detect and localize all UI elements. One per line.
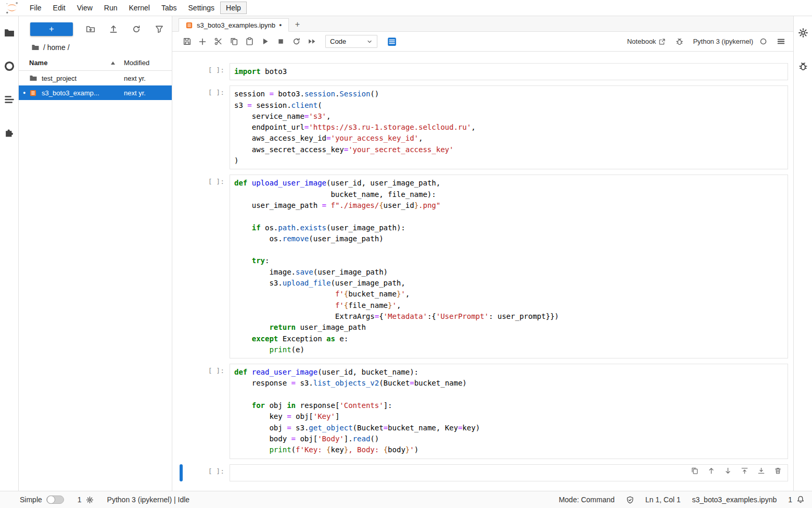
cell-editor[interactable]: def read_user_image(user_id, bucket_name… xyxy=(230,364,788,459)
code-line: body = obj['Body'].read() xyxy=(234,433,783,444)
copy-cells-button[interactable] xyxy=(226,35,241,48)
menu-edit[interactable]: Edit xyxy=(47,2,71,14)
file-row-notebook[interactable]: ● s3_boto3_examp... next yr. xyxy=(19,85,172,100)
simple-mode-toggle[interactable] xyxy=(46,495,64,504)
code-line: service_name='s3', xyxy=(234,111,783,122)
menu-tabs[interactable]: Tabs xyxy=(156,2,183,14)
column-modified[interactable]: Modified xyxy=(124,59,164,67)
cell-collapser[interactable] xyxy=(180,364,183,459)
cell-type-dropdown[interactable]: Code xyxy=(325,35,377,48)
code-line: f'{file_name}', xyxy=(234,300,783,311)
notebook-scroll-area[interactable]: [ ]:import boto3[ ]:session = boto3.sess… xyxy=(172,52,793,491)
filter-icon[interactable] xyxy=(154,24,164,34)
notebook-cell[interactable]: [ ]:import boto3 xyxy=(180,63,788,80)
code-line: session = boto3.session.Session() xyxy=(234,89,783,100)
simple-mode-control[interactable]: Simple xyxy=(20,495,64,504)
notifications-count: 1 xyxy=(788,495,792,504)
toc-icon[interactable] xyxy=(3,93,16,106)
code-line: import boto3 xyxy=(234,66,783,77)
toolbar-right-group: Notebook Python 3 (ipykernel) xyxy=(627,35,788,48)
command-mode-indicator[interactable]: Mode: Command xyxy=(559,495,614,504)
move-cell-down-icon[interactable] xyxy=(723,466,732,476)
move-cell-up-icon[interactable] xyxy=(706,466,716,476)
notebook-cell[interactable]: [ ]:session = boto3.session.Session()s3 … xyxy=(180,85,788,169)
status-bar: Simple 1 Python 3 (ipykernel) | Idle Mod… xyxy=(0,491,812,508)
menu-file[interactable]: File xyxy=(24,2,47,14)
stop-button[interactable] xyxy=(273,35,288,48)
menu-settings[interactable]: Settings xyxy=(183,2,221,14)
new-launcher-button[interactable]: + xyxy=(30,22,73,36)
jupyterlab-app: File Edit View Run Kernel Tabs Settings … xyxy=(0,0,812,508)
cell-collapser[interactable] xyxy=(180,85,183,169)
kernel-status-text[interactable]: Python 3 (ipykernel) | Idle xyxy=(107,495,190,504)
new-folder-icon[interactable] xyxy=(85,24,96,34)
notifications-bell-icon xyxy=(796,495,805,504)
file-browser-icon[interactable] xyxy=(3,27,16,39)
restart-kernel-button[interactable] xyxy=(289,35,303,48)
kernel-name[interactable]: Python 3 (ipykernel) xyxy=(693,38,753,45)
running-sessions-status[interactable]: 1 xyxy=(78,495,94,504)
cell-prompt: [ ]: xyxy=(187,364,230,459)
extensions-icon[interactable] xyxy=(3,127,16,139)
run-button[interactable] xyxy=(258,35,272,48)
refresh-icon[interactable] xyxy=(131,24,142,34)
breadcrumb[interactable]: / home / xyxy=(19,39,172,57)
insert-cell-above-icon[interactable] xyxy=(740,466,749,476)
save-button[interactable] xyxy=(180,35,194,48)
cell-collapser[interactable] xyxy=(180,175,183,358)
sessions-icon xyxy=(86,496,94,504)
notebook-file-icon xyxy=(29,89,40,97)
code-line: response = s3.list_objects_v2(Bucket=buc… xyxy=(234,378,783,389)
menu-items: File Edit View Run Kernel Tabs Settings … xyxy=(24,2,247,14)
debugger-sidebar-icon[interactable] xyxy=(797,60,809,72)
code-line xyxy=(234,244,783,255)
code-line: print(e) xyxy=(234,344,783,355)
tab-dirty-indicator[interactable]: ● xyxy=(279,22,282,28)
cell-editor[interactable]: def upload_user_image(user_id, user_imag… xyxy=(230,175,788,358)
notebook-toolbar: Code Notebook Python 3 (ipykernel) xyxy=(172,32,793,52)
notifications-status[interactable]: 1 xyxy=(788,495,805,504)
notebook-cell[interactable]: [ ]: xyxy=(180,464,788,481)
cell-collapser[interactable] xyxy=(180,464,183,481)
cut-cells-button[interactable] xyxy=(211,35,225,48)
side-by-side-icon[interactable] xyxy=(385,35,399,48)
file-modified: next yr. xyxy=(124,89,164,97)
add-cell-button[interactable] xyxy=(195,35,210,48)
restart-run-all-button[interactable] xyxy=(304,35,319,48)
code-line: def read_user_image(user_id, bucket_name… xyxy=(234,367,783,378)
cell-prompt: [ ]: xyxy=(187,464,230,481)
notebook-cell[interactable]: [ ]:def upload_user_image(user_id, user_… xyxy=(180,175,788,358)
menu-kernel[interactable]: Kernel xyxy=(123,2,155,14)
file-row-folder[interactable]: ● test_project next yr. xyxy=(19,71,172,85)
breadcrumb-path: / home / xyxy=(43,43,70,52)
insert-cell-below-icon[interactable] xyxy=(756,466,766,476)
running-kernels-icon[interactable] xyxy=(3,60,16,72)
cell-list: [ ]:import boto3[ ]:session = boto3.sess… xyxy=(172,63,793,481)
column-name[interactable]: Name xyxy=(29,59,124,67)
open-in-notebook-button[interactable]: Notebook xyxy=(627,38,666,45)
tab-notebook[interactable]: s3_boto3_examples.ipynb ● xyxy=(179,18,289,32)
menu-view[interactable]: View xyxy=(71,2,98,14)
new-tab-button[interactable]: + xyxy=(290,18,306,31)
cursor-position[interactable]: Ln 1, Col 1 xyxy=(645,495,681,504)
cell-editor[interactable]: import boto3 xyxy=(230,63,788,80)
code-line: key = obj['Key'] xyxy=(234,411,783,422)
paste-cells-button[interactable] xyxy=(242,35,257,48)
code-line: except Exception as e: xyxy=(234,333,783,344)
delete-cell-icon[interactable] xyxy=(773,466,782,476)
menu-help[interactable]: Help xyxy=(220,2,247,14)
property-inspector-icon[interactable] xyxy=(797,27,809,39)
notebook-cell[interactable]: [ ]:def read_user_image(user_id, bucket_… xyxy=(180,364,788,459)
toolbar-menu-icon[interactable] xyxy=(773,35,788,48)
file-name: s3_boto3_examp... xyxy=(42,89,124,97)
upload-icon[interactable] xyxy=(108,24,119,34)
debugger-icon[interactable] xyxy=(672,35,687,48)
kernel-status-icon[interactable] xyxy=(759,38,767,45)
code-line: if os.path.exists(user_image_path): xyxy=(234,222,783,233)
cell-collapser[interactable] xyxy=(180,63,183,80)
cell-editor[interactable] xyxy=(230,464,788,481)
menu-run[interactable]: Run xyxy=(98,2,123,14)
duplicate-cell-icon[interactable] xyxy=(690,466,699,476)
left-activity-bar xyxy=(0,16,19,491)
cell-editor[interactable]: session = boto3.session.Session()s3 = se… xyxy=(230,85,788,169)
